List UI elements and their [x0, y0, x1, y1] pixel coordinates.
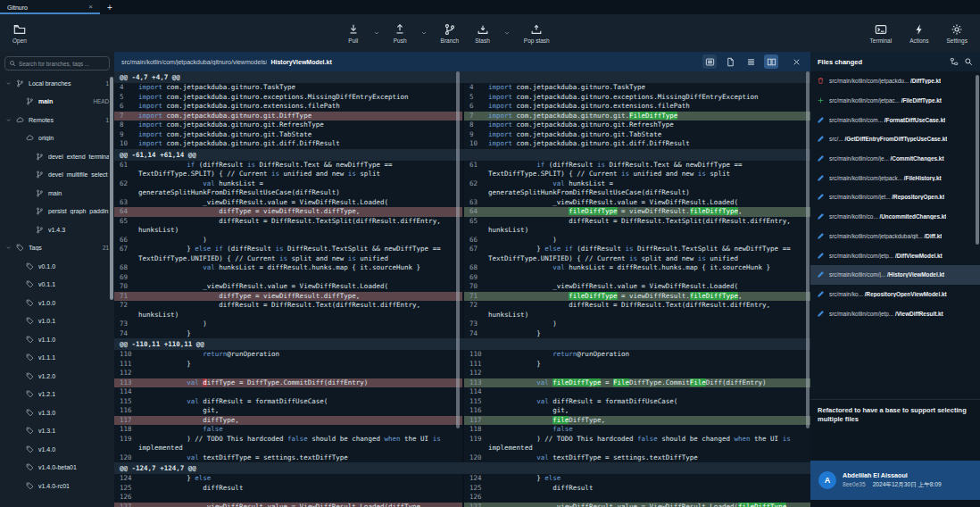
diff-options-button[interactable]	[702, 54, 717, 69]
diff-line-new: 71 fileDiffType = viewDiffResult.fileDif…	[462, 292, 810, 302]
line-number: 67	[464, 245, 488, 263]
close-tab-icon[interactable]: ×	[88, 4, 93, 11]
changed-file-row[interactable]: src/main/kotlin/com/je... /CommitChanges…	[810, 149, 980, 169]
changed-file-row[interactable]: src/main/kotlin/com/jetpac... /FileDiffT…	[810, 91, 980, 111]
sidebar-item-devel-multifile-select[interactable]: devel_multifile_select	[0, 166, 114, 185]
sidebar-item-main[interactable]: main	[0, 184, 114, 203]
split-view-button[interactable]	[764, 54, 778, 69]
changed-file-row[interactable]: src/main/kotlin/com/jetpack... /FileHist…	[810, 168, 980, 187]
changed-file-row[interactable]: src/main/kotlin/com/jetpackdu... /DiffTy…	[810, 71, 980, 91]
terminal-button[interactable]: Terminal	[867, 21, 896, 46]
open-button[interactable]: Open	[9, 21, 30, 46]
sidebar-item-v1.0.1[interactable]: v1.0.1	[0, 312, 114, 331]
repo-tab[interactable]: Gitnuro ×	[0, 0, 100, 14]
new-pane-scrollbar[interactable]	[806, 71, 810, 428]
sidebar-item-v1.4.0-beta01[interactable]: v1.4.0-beta01	[0, 459, 114, 478]
branch-search-box[interactable]	[4, 56, 110, 71]
sidebar-scrollbar[interactable]	[110, 77, 113, 300]
sidebar-item-v1.4.3[interactable]: v1.4.3	[0, 220, 114, 239]
branch-button[interactable]: Branch	[437, 21, 463, 46]
stash-button[interactable]: Stash	[471, 21, 494, 46]
changed-file-row[interactable]: src/... /GetDiffEntryFromDiffTypeUseCase…	[810, 129, 980, 149]
sidebar-item-v0.1.0[interactable]: v0.1.0	[0, 257, 114, 276]
changed-file-row[interactable]: src/main/kotlin/com/j... /HistoryViewMod…	[810, 265, 980, 285]
branch-search-input[interactable]	[19, 61, 105, 67]
changed-file-row[interactable]: src/main/kotlin/com... /FormatDiffUseCas…	[810, 110, 980, 129]
sidebar-item-local-branches[interactable]: Local branches1	[0, 74, 114, 93]
push-dropdown-button[interactable]	[419, 21, 428, 45]
diff-row: 127 _viewDiffResult.value = ViewDiffResu…	[114, 503, 810, 507]
diff-row: 70 _viewDiffResult.value = ViewDiffResul…	[114, 282, 810, 292]
tree-view-icon[interactable]	[950, 57, 959, 66]
sidebar-item-main[interactable]: mainHEAD	[0, 93, 114, 112]
line-number: 7	[114, 112, 138, 121]
push-button[interactable]: Push	[390, 21, 411, 46]
sidebar-item-remotes[interactable]: Remotes1	[0, 111, 114, 129]
git-branch-icon-wrap	[36, 226, 45, 234]
pull-dropdown-button[interactable]	[372, 21, 381, 45]
line-number: 8	[114, 121, 138, 130]
diff-line-new: 67 } else if (diffResult is DiffResult.T…	[462, 245, 810, 263]
sidebar-item-v1.2.1[interactable]: v1.2.1	[0, 386, 114, 404]
cloud-icon-wrap	[26, 134, 35, 142]
file-path: src/main/kotlin/com/jetp... /DiffViewMod…	[829, 253, 943, 259]
pop-stash-button[interactable]: Pop stash	[520, 21, 553, 46]
line-number: 126	[464, 493, 488, 503]
diff-line-old: 113 val diffType = DiffType.CommitDiff(d…	[114, 378, 462, 388]
code-text: import com.jetpackduba.gitnuro.git.TabSt…	[488, 130, 810, 140]
commit-author-card[interactable]: A Abdelilah El Aissaoui 8ee0e35 2024年12月…	[810, 461, 980, 500]
close-button[interactable]	[789, 54, 803, 69]
sidebar-item-v1.4.0[interactable]: v1.4.0	[0, 440, 114, 459]
toolbar-right-group: TerminalActionsSettings	[867, 21, 971, 46]
sidebar-item-v1.1.0[interactable]: v1.1.0	[0, 330, 114, 349]
changed-file-row[interactable]: src/main/kotlin/com/jet... /RepositoryOp…	[810, 187, 980, 207]
chevron-down-icon[interactable]	[5, 117, 12, 123]
sidebar-item-origin[interactable]: origin	[0, 129, 114, 148]
unified-view-button[interactable]	[743, 54, 758, 69]
diff-line-old: 61 if (diffResult is DiffResult.Text && …	[114, 161, 462, 179]
changed-file-row[interactable]: src/main/kotlin/com/jetpackduba/git... /…	[810, 227, 980, 246]
tag-icon-wrap	[26, 262, 35, 270]
changed-file-row[interactable]: src/main/kotlin/co... /UncommitedChanges…	[810, 207, 980, 227]
sidebar-item-v1.1.1[interactable]: v1.1.1	[0, 349, 114, 368]
sidebar-item-v1.4.0-rc01[interactable]: v1.4.0-rc01	[0, 477, 114, 495]
chevron-down-icon	[420, 29, 428, 37]
sidebar-item-tags[interactable]: Tags21	[0, 239, 114, 258]
files-panel-scrollbar[interactable]	[976, 75, 979, 245]
toolbar-button-label: Push	[394, 37, 407, 44]
line-number: 66	[114, 236, 138, 245]
stash-dropdown-button[interactable]	[502, 21, 511, 45]
diff-line-old: 125 diffResult	[114, 484, 462, 494]
diff-body: @@ -4,7 +4,7 @@4import com.jetpackduba.g…	[114, 71, 810, 507]
code-text: diffResult = DiffResult.TextSplit(diffRe…	[138, 217, 462, 236]
toolbar-button-label: Pop stash	[524, 37, 550, 44]
search-icon[interactable]	[964, 57, 973, 66]
sidebar-item-v1.3.1[interactable]: v1.3.1	[0, 422, 114, 441]
old-pane-scrollbar[interactable]	[456, 71, 460, 428]
actions-button[interactable]: Actions	[906, 21, 932, 46]
code-text	[488, 387, 810, 397]
sidebar-item-devel-extend-termina[interactable]: devel_extend_termina	[0, 147, 114, 166]
author-info: Abdelilah El Aissaoui 8ee0e35 2024年12月30…	[843, 471, 942, 489]
tag-icon	[26, 299, 34, 307]
settings-button[interactable]: Settings	[943, 21, 972, 46]
file-name: /DiffType.kt	[909, 78, 941, 84]
changed-file-row[interactable]: src/main/ko... /RepositoryOpenViewModel.…	[810, 285, 980, 304]
sidebar-item-v1.0.0[interactable]: v1.0.0	[0, 294, 114, 312]
pull-button[interactable]: Pull	[344, 21, 363, 46]
sidebar-item-persist-graph-paddin[interactable]: persist_graph_paddin	[0, 203, 114, 221]
code-text: )	[488, 236, 810, 245]
code-text: }	[138, 329, 462, 339]
sidebar-item-v0.1.1[interactable]: v0.1.1	[0, 276, 114, 295]
sidebar-item-v1.3.0[interactable]: v1.3.0	[0, 403, 114, 422]
full-file-button[interactable]	[723, 54, 737, 69]
diff-line-new: 120 val textDiffType = settings.textDiff…	[462, 453, 810, 463]
chevron-down-icon[interactable]	[5, 80, 12, 87]
sidebar-item-v1.2.0[interactable]: v1.2.0	[0, 367, 114, 386]
new-tab-button[interactable]: +	[100, 0, 120, 14]
line-number: 71	[114, 292, 138, 302]
chevron-down-icon[interactable]	[5, 245, 12, 251]
changed-file-row[interactable]: src/main/kotlin/com/jetp... /ViewDiffRes…	[810, 303, 980, 323]
pencil-icon	[817, 252, 825, 260]
changed-file-row[interactable]: src/main/kotlin/com/jetp... /DiffViewMod…	[810, 245, 980, 265]
